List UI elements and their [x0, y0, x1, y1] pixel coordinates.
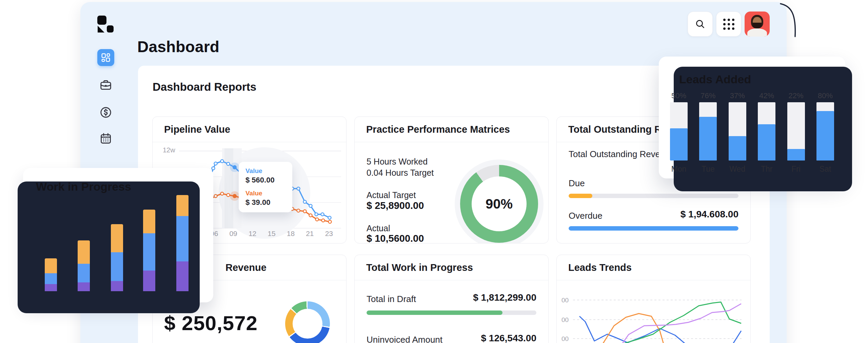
page-title: Dashboard	[137, 38, 219, 56]
performance-donut: 90%	[460, 165, 538, 243]
leads-trends-chart	[557, 280, 750, 343]
bar-tue: 76% Tue	[699, 91, 717, 174]
tooltip-value: $ 39.00	[245, 198, 285, 207]
bar-percent: 80%	[818, 91, 833, 101]
tooltip-label: Value	[245, 167, 285, 175]
card-practice-performance: Practice Performance Matrices 5 Hours Wo…	[354, 116, 549, 243]
uninvoiced-label: Uninvoiced Amount	[367, 335, 442, 343]
donut-halo: 90%	[455, 159, 544, 243]
bar-mon: 50% Mon	[670, 91, 688, 174]
tooltip-value: $ 560.00	[245, 176, 285, 185]
overdue-progress	[569, 226, 738, 231]
bar-day: Thr	[761, 165, 773, 174]
total-in-draft-label: Total in Draft	[367, 294, 416, 304]
trend-violet	[617, 304, 741, 343]
search-icon	[695, 19, 706, 29]
actual-target-value: $ 25,8900.00	[367, 200, 424, 211]
bar-fri: 22% Fri	[787, 91, 805, 174]
x-tick: 18	[287, 230, 295, 238]
bar-day: Fri	[791, 165, 801, 174]
card-title: Pipeline Value	[164, 124, 230, 135]
apps-button[interactable]	[716, 12, 741, 37]
overdue-label: Overdue	[569, 211, 603, 221]
hours-target: 0.04 Hours Target	[367, 168, 434, 178]
bar-percent: 50%	[671, 91, 686, 101]
sidebar-item-matters[interactable]	[99, 79, 112, 91]
sidebar-item-calendar[interactable]	[99, 132, 112, 145]
card-title: Practice Performance Matrices	[366, 124, 510, 135]
revenue-donut	[285, 301, 330, 343]
actual-target-label: Actual Target	[367, 190, 416, 200]
y-tick: 00	[561, 335, 569, 343]
card-title: Total Work in Progress	[366, 262, 473, 273]
bar-day: Sat	[820, 165, 831, 174]
hero-canvas: Dashboard	[0, 0, 868, 343]
trend-green	[580, 302, 741, 343]
stacked-bar	[176, 195, 189, 291]
bar-percent: 76%	[701, 91, 715, 101]
highlight-dot-orange	[233, 194, 237, 198]
bar-sat: 80% Sat	[816, 91, 834, 174]
card-leads-trends: Leads Trends 00 00 00	[556, 255, 751, 343]
bar-day: Wed	[729, 165, 745, 174]
card-work-in-progress: Work in Progress	[23, 168, 213, 302]
tooltip-label: Value	[245, 190, 285, 197]
hours-worked: 5 Hours Worked	[367, 157, 428, 167]
section-title: Dashboard Reports	[153, 81, 256, 93]
x-tick: 09	[229, 230, 237, 238]
x-tick: 12	[249, 230, 256, 238]
bar-percent: 22%	[789, 91, 804, 101]
card-title: Leads Added	[679, 73, 751, 86]
bar-percent: 42%	[759, 91, 774, 101]
overdue-value: $ 1,94.608.00	[680, 209, 738, 220]
user-avatar[interactable]	[745, 12, 770, 37]
revenue-amount: $ 250,572	[164, 312, 258, 335]
work-in-progress-chart	[23, 168, 213, 291]
highlight-dot-blue	[233, 165, 237, 169]
chart-tooltip: Value $ 560.00 Value $ 39.00	[239, 162, 292, 212]
stacked-bar	[143, 210, 155, 291]
bar-wed: 37% Wed	[729, 91, 746, 174]
bar-day: Mon	[671, 165, 687, 174]
due-label: Due	[569, 178, 585, 189]
actual-value: $ 10,5600.00	[367, 233, 424, 243]
x-tick: 23	[325, 230, 333, 238]
stacked-bar	[111, 224, 123, 291]
stacked-bar	[45, 258, 57, 291]
x-tick: 15	[268, 230, 275, 238]
bar-thr: 42% Thr	[758, 91, 775, 174]
app-logo[interactable]	[97, 16, 114, 33]
donut-percent: 90%	[486, 196, 513, 212]
card-leads-added: Leads Added 50% Mon 76% Tue 37% Wed 42% …	[659, 57, 845, 178]
dashboard-icon	[101, 52, 111, 63]
card-title: Leads Trends	[568, 262, 632, 273]
apps-grid-icon	[723, 19, 734, 30]
total-in-draft-value: $ 1,812,299.00	[473, 292, 536, 303]
bar-day: Tue	[702, 165, 715, 174]
y-tick: 00	[561, 297, 569, 304]
draft-progress	[367, 310, 536, 315]
sidebar-item-billing[interactable]	[99, 106, 112, 119]
uninvoiced-value: $ 126,543.00	[481, 333, 537, 343]
due-progress	[569, 194, 738, 198]
card-total-wip: Total Work in Progress Total in Draft $ …	[354, 255, 549, 343]
topbar	[688, 12, 770, 37]
sidebar-item-dashboard[interactable]	[97, 49, 114, 66]
y-tick: 00	[561, 316, 569, 324]
x-axis: 06 09 12 15 18 21 23	[210, 230, 333, 238]
stacked-bar	[78, 240, 90, 291]
actual-label: Actual	[367, 223, 390, 233]
x-tick: 21	[306, 230, 314, 238]
search-button[interactable]	[688, 12, 713, 37]
bar-percent: 37%	[730, 91, 745, 101]
leads-added-chart: 50% Mon 76% Tue 37% Wed 42% Thr 22%	[670, 91, 834, 174]
